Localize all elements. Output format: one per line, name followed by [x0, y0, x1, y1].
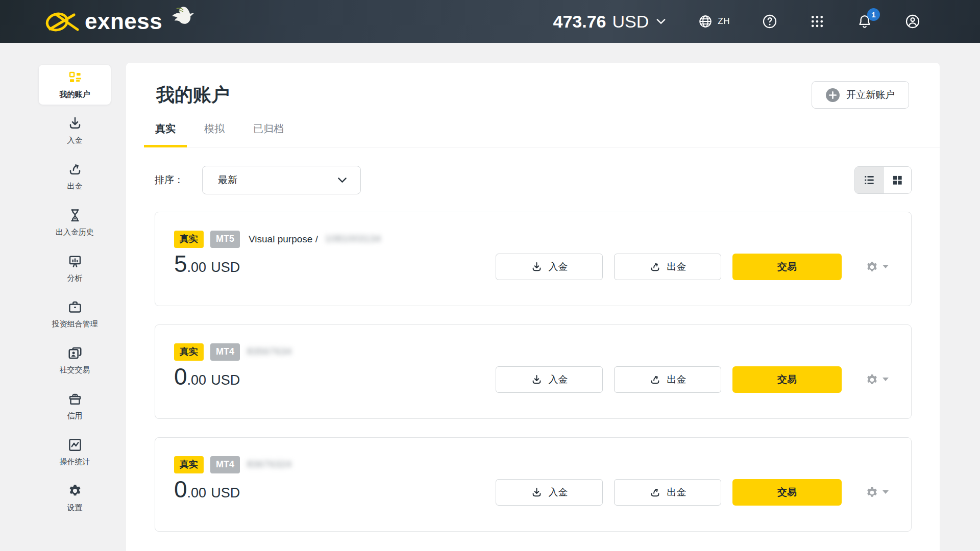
sort-select[interactable]: 最新	[202, 166, 361, 194]
grid-view-icon	[891, 173, 904, 187]
gear-icon	[865, 373, 879, 387]
sidebar-item-withdraw[interactable]: 出金	[39, 157, 111, 196]
notifications-button[interactable]: 1	[856, 13, 873, 30]
platform-badge: MT4	[210, 343, 240, 361]
balance-integer: 0	[174, 363, 187, 390]
balance-decimals: .00	[187, 260, 207, 276]
language-switcher[interactable]: ZH	[698, 14, 730, 29]
deposit-label: 入金	[549, 486, 568, 499]
sidebar-item-analysis[interactable]: 分析	[39, 248, 111, 288]
withdraw-icon	[649, 487, 661, 498]
deposit-label: 入金	[549, 260, 568, 273]
sort-row: 排序： 最新	[126, 147, 940, 194]
account-settings-menu[interactable]	[865, 373, 889, 387]
withdraw-button[interactable]: 出金	[614, 254, 721, 280]
sidebar-item-operation-statistics[interactable]: 操作统计	[39, 432, 111, 472]
balance-decimals: .00	[187, 372, 207, 388]
tab-real[interactable]: 真实	[144, 122, 187, 147]
social-trading-icon	[67, 345, 83, 361]
sidebar-item-label: 信用	[67, 411, 83, 421]
account-card-header: 真实 MT5 Visual purpose / 1081003134	[174, 231, 889, 248]
tab-archived[interactable]: 已归档	[242, 122, 295, 147]
sidebar-item-label: 设置	[67, 503, 83, 513]
notification-badge: 1	[867, 8, 880, 21]
apps-grid-icon	[810, 14, 825, 29]
deposit-icon	[531, 261, 543, 273]
apps-menu-button[interactable]	[810, 14, 825, 29]
deposit-icon	[531, 487, 543, 498]
account-menu-button[interactable]	[904, 13, 921, 30]
account-type-badge: 真实	[174, 231, 204, 248]
globe-icon	[698, 14, 713, 29]
exness-logo-icon	[43, 9, 81, 34]
withdraw-button[interactable]: 出金	[614, 366, 721, 393]
balance-integer: 0	[174, 475, 187, 503]
sidebar-item-deposit[interactable]: 入金	[39, 111, 111, 151]
balance-currency: USD	[211, 372, 240, 388]
sidebar-item-label: 我的账户	[60, 90, 90, 99]
sidebar-item-label: 操作统计	[60, 457, 90, 467]
trade-label: 交易	[777, 260, 797, 273]
portfolio-icon	[67, 299, 83, 315]
withdraw-icon	[649, 374, 661, 386]
exness-personal-area: { "topbar": { "brand": "exness", "balanc…	[0, 0, 980, 551]
caret-down-icon	[883, 265, 889, 269]
view-toggle	[854, 166, 912, 194]
trade-label: 交易	[777, 486, 797, 499]
balance-integer: 5	[174, 250, 187, 278]
account-balance: 5 .00 USD	[174, 250, 240, 278]
balance-selector[interactable]: 473.76 USD	[553, 12, 667, 32]
language-code: ZH	[718, 16, 730, 27]
grid-view-button[interactable]	[883, 167, 911, 193]
account-number-blurred: 83676324	[247, 459, 292, 470]
account-number-blurred: 83567634	[247, 346, 292, 357]
caret-down-icon	[883, 490, 889, 494]
sidebar-item-transaction-history[interactable]: 出入金历史	[39, 203, 111, 242]
withdraw-button[interactable]: 出金	[614, 479, 721, 506]
main-panel: 我的账户 开立新账户 真实 模拟 已归档 排序： 最新	[126, 63, 940, 551]
exness-logo[interactable]: exness	[43, 9, 198, 34]
account-balance: 0 .00 USD	[174, 475, 240, 503]
open-new-account-button[interactable]: 开立新账户	[812, 81, 909, 109]
account-number-blurred: 1081003134	[325, 234, 381, 244]
trade-button[interactable]: 交易	[732, 366, 842, 393]
deposit-button[interactable]: 入金	[496, 366, 603, 393]
account-balance: 0 .00 USD	[174, 363, 240, 390]
help-button[interactable]	[762, 13, 778, 30]
trade-button[interactable]: 交易	[732, 254, 842, 280]
sidebar-item-credit[interactable]: 信用	[39, 386, 111, 426]
sort-label: 排序：	[155, 173, 184, 187]
account-actions: 入金 出金 交易	[496, 254, 889, 280]
sidebar-item-settings[interactable]: 设置	[39, 478, 111, 518]
sidebar-item-label: 入金	[67, 136, 83, 145]
brand-name: exness	[85, 10, 162, 33]
account-settings-menu[interactable]	[865, 260, 889, 274]
balance-currency: USD	[211, 260, 240, 276]
account-card-header: 真实 MT4 83567634	[174, 343, 889, 361]
caret-down-icon	[883, 378, 889, 382]
tab-demo[interactable]: 模拟	[193, 122, 236, 147]
sidebar-item-social-trading[interactable]: 社交交易	[39, 340, 111, 380]
account-type-badge: 真实	[174, 456, 204, 473]
panel-header: 我的账户 开立新账户	[126, 63, 940, 109]
deposit-button[interactable]: 入金	[496, 254, 603, 280]
sidebar-item-label: 出入金历史	[56, 228, 94, 237]
gear-icon	[865, 260, 879, 274]
account-actions: 入金 出金 交易	[496, 366, 889, 393]
account-actions: 入金 出金 交易	[496, 479, 889, 506]
withdraw-label: 出金	[667, 260, 687, 273]
trade-button[interactable]: 交易	[732, 479, 842, 506]
settings-icon	[67, 483, 83, 498]
sidebar: 我的账户 入金 出金 出入金历史	[39, 65, 111, 518]
deposit-button[interactable]: 入金	[496, 479, 603, 506]
sidebar-item-label: 投资组合管理	[52, 319, 98, 329]
list-view-button[interactable]	[855, 167, 883, 193]
sidebar-item-portfolio-management[interactable]: 投资组合管理	[39, 294, 111, 334]
withdraw-label: 出金	[667, 373, 687, 386]
account-settings-menu[interactable]	[865, 486, 889, 499]
topbar-right-cluster: 473.76 USD ZH	[553, 12, 921, 32]
account-list: 真实 MT5 Visual purpose / 1081003134 5 .00…	[126, 194, 940, 532]
deposit-icon	[531, 374, 543, 386]
open-new-account-label: 开立新账户	[846, 88, 895, 102]
sidebar-item-my-accounts[interactable]: 我的账户	[39, 65, 111, 105]
